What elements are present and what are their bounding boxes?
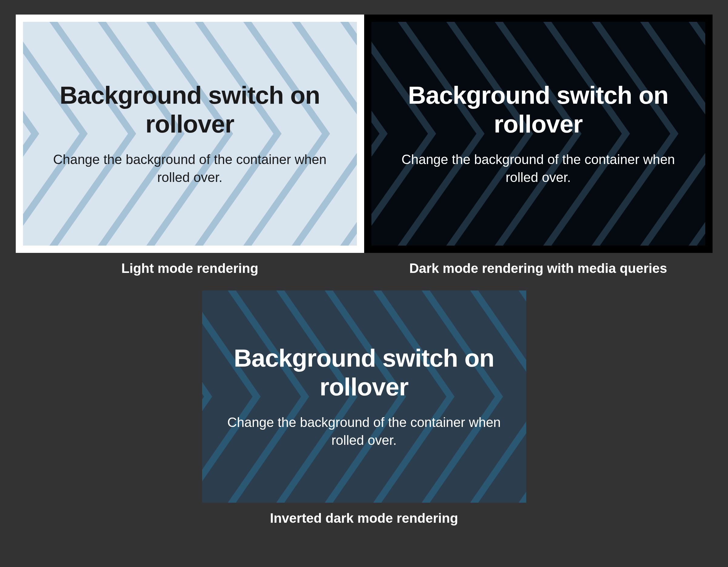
inverted-mode-body: Change the background of the container w… <box>226 413 502 449</box>
inverted-mode-caption: Inverted dark mode rendering <box>202 511 526 526</box>
comparison-page: Background switch on rollover Change the… <box>0 0 728 567</box>
light-mode-frame: Background switch on rollover Change the… <box>16 15 364 253</box>
inverted-mode-heading: Background switch on rollover <box>226 344 502 401</box>
light-mode-column: Background switch on rollover Change the… <box>16 15 364 291</box>
bottom-row: Background switch on rollover Change the… <box>15 291 713 540</box>
dark-mode-frame: Background switch on rollover Change the… <box>364 15 713 253</box>
inverted-mode-card[interactable]: Background switch on rollover Change the… <box>202 291 526 503</box>
dark-mode-heading: Background switch on rollover <box>396 81 681 138</box>
light-mode-body: Change the background of the container w… <box>47 150 333 186</box>
dark-mode-column: Background switch on rollover Change the… <box>364 15 713 291</box>
light-mode-caption: Light mode rendering <box>16 261 364 276</box>
dark-mode-body: Change the background of the container w… <box>396 150 681 186</box>
top-row: Background switch on rollover Change the… <box>15 15 713 291</box>
light-mode-heading: Background switch on rollover <box>47 81 333 138</box>
inverted-mode-column: Background switch on rollover Change the… <box>202 291 526 540</box>
light-mode-card[interactable]: Background switch on rollover Change the… <box>23 22 357 245</box>
dark-mode-caption: Dark mode rendering with media queries <box>364 261 713 276</box>
dark-mode-card[interactable]: Background switch on rollover Change the… <box>371 22 705 245</box>
